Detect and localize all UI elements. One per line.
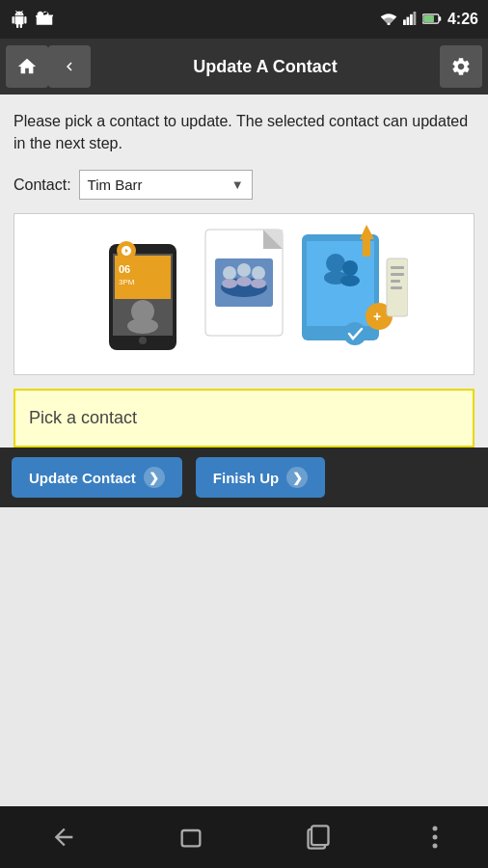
contact-select[interactable]: Tim Barr ▼ [79,170,253,200]
status-right-icons: 4:26 [380,11,478,29]
settings-button[interactable] [440,45,482,88]
svg-rect-3 [410,14,413,24]
dropdown-arrow-icon: ▼ [231,177,244,192]
svg-point-15 [127,318,158,334]
svg-point-43 [117,241,136,260]
system-back-button[interactable] [31,816,96,858]
svg-point-32 [340,275,360,286]
pick-contact-box[interactable]: Pick a contact [14,389,474,448]
svg-point-23 [252,266,265,280]
finish-up-arrow-icon: ❯ [286,467,308,488]
description-text: Please pick a contact to update. The sel… [14,110,474,154]
contact-row: Contact: Tim Barr ▼ [14,170,474,200]
system-recent-button[interactable] [285,816,351,858]
status-left-icons [10,10,54,29]
svg-rect-2 [406,16,409,24]
svg-rect-39 [391,266,404,269]
svg-point-47 [433,827,438,831]
svg-point-29 [326,254,345,273]
svg-rect-44 [182,830,201,846]
action-bar: Update Contact ❯ Finish Up ❯ [0,448,488,507]
svg-point-49 [433,844,438,849]
svg-point-21 [223,266,236,280]
android-icon [10,10,29,29]
svg-point-22 [237,263,251,277]
svg-point-10 [139,337,147,344]
finish-up-button[interactable]: Finish Up ❯ [196,457,325,498]
contact-illustration: 06 3PM [14,213,474,375]
signal-icon [403,11,417,29]
battery-icon [422,12,442,28]
main-content: Please pick a contact to update. The sel… [0,95,488,448]
update-contact-arrow-icon: ❯ [144,467,165,488]
system-home-button[interactable] [158,816,224,858]
svg-point-25 [236,277,252,286]
svg-text:+: + [373,309,381,324]
back-button[interactable] [48,45,91,88]
svg-point-37 [343,322,366,345]
svg-rect-46 [312,826,329,845]
system-menu-button[interactable] [413,816,457,858]
status-bar: 4:26 [0,0,488,39]
contact-label: Contact: [14,176,71,194]
svg-point-48 [433,835,438,840]
bottom-nav [0,806,488,868]
svg-rect-1 [403,19,406,25]
contact-value: Tim Barr [88,176,143,193]
nav-bar: Update A Contact [0,39,488,95]
svg-rect-42 [391,286,402,289]
svg-text:3PM: 3PM [119,278,135,286]
svg-point-31 [342,260,358,276]
update-contact-button[interactable]: Update Contact ❯ [12,457,182,498]
svg-marker-33 [360,225,374,239]
svg-rect-41 [391,280,400,283]
svg-rect-6 [439,16,441,21]
svg-rect-7 [423,15,434,22]
svg-rect-34 [363,239,370,257]
svg-rect-4 [413,12,416,25]
wifi-icon [380,12,397,28]
home-button[interactable] [6,45,48,88]
svg-point-24 [222,279,237,288]
svg-point-26 [251,279,266,288]
page-title: Update A Contact [91,57,440,77]
bag-icon [35,10,54,29]
svg-text:06: 06 [119,263,130,275]
svg-rect-40 [391,273,404,276]
time-display: 4:26 [447,11,478,28]
